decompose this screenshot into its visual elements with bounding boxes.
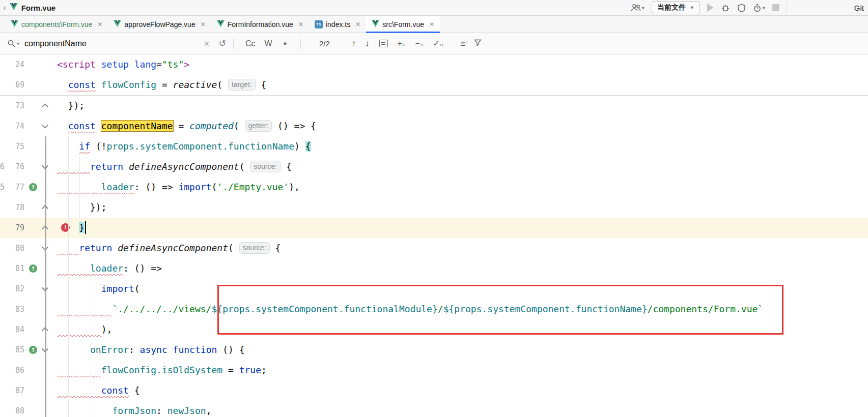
code-with-me-button[interactable]: ▾ — [631, 4, 645, 12]
git-widget[interactable]: Git — [854, 4, 864, 12]
fold-slot — [40, 103, 50, 109]
editor[interactable]: 24<script setup lang="ts">69 const flowC… — [0, 54, 868, 417]
fold-up-icon[interactable] — [42, 327, 48, 334]
code-line-81[interactable]: 81↑ loader: () => — [0, 258, 868, 279]
remove-occurrence-button[interactable]: −II — [415, 40, 424, 47]
line-number[interactable]: 76 — [6, 162, 24, 171]
next-match-button[interactable]: ↓ — [365, 39, 370, 49]
select-all-occurrences-button[interactable]: ✓II — [433, 40, 443, 47]
line-number[interactable]: 84 — [6, 325, 24, 334]
code-text[interactable]: const flowConfig = reactive( target: { — [57, 75, 868, 95]
green-up-arrow-icon[interactable]: ↑ — [29, 264, 37, 273]
line-number[interactable]: 79 — [6, 223, 24, 232]
regex-toggle[interactable]: * — [283, 43, 287, 48]
code-line-78[interactable]: 78 }); — [0, 197, 868, 218]
close-icon[interactable]: ✕ — [355, 21, 360, 28]
code-text[interactable]: }! — [57, 218, 868, 238]
line-number[interactable]: 88 — [6, 406, 24, 415]
code-line-74[interactable]: 74 const componentName = computed( gette… — [0, 116, 868, 136]
code-line-79[interactable]: 79 }! — [0, 218, 868, 238]
code-text[interactable]: loader: () => import('./Empty.vue'), — [57, 177, 868, 197]
code-text[interactable]: flowConfig.isOldSystem = true; — [57, 360, 868, 380]
close-icon[interactable]: ✕ — [201, 21, 206, 28]
code-text[interactable]: const componentName = computed( getter: … — [57, 116, 868, 136]
tab-components-form-vue[interactable]: components\Form.vue ✕ — [5, 16, 108, 33]
line-number[interactable]: 80 — [6, 244, 24, 253]
code-line-80[interactable]: 80 return defineAsyncComponent( source: … — [0, 238, 868, 258]
line-number[interactable]: 78 — [6, 203, 24, 212]
code-text[interactable]: if (!props.systemComponent.functionName)… — [57, 136, 868, 157]
code-text[interactable]: }); — [57, 197, 868, 218]
code-text[interactable]: }); — [57, 96, 868, 116]
close-icon[interactable]: ✕ — [429, 21, 434, 28]
fold-down-icon[interactable] — [42, 346, 48, 352]
fold-up-icon[interactable] — [42, 225, 48, 232]
close-icon[interactable]: ✕ — [298, 21, 303, 28]
line-number[interactable]: 77 — [6, 183, 24, 192]
view-options-icon[interactable]: ≡↑ — [460, 40, 468, 48]
clear-search-icon[interactable]: ✕ — [204, 40, 210, 48]
indent-guide — [68, 136, 69, 417]
line-number[interactable]: 69 — [6, 80, 24, 90]
run-button[interactable] — [707, 4, 714, 12]
code-line-69[interactable]: 69 const flowConfig = reactive( target: … — [0, 75, 868, 95]
gutter: 676 — [0, 157, 57, 177]
green-up-arrow-icon[interactable]: ↑ — [29, 346, 37, 354]
run-config-selector[interactable]: 当前文件 ▼ — [652, 1, 700, 14]
code-text[interactable]: return defineAsyncComponent( source: { — [57, 157, 868, 177]
code-line-73[interactable]: 73 }); — [0, 96, 868, 116]
search-mode-button[interactable]: ▾ — [7, 39, 19, 48]
filter-icon[interactable] — [474, 39, 482, 48]
search-history-icon[interactable]: ↺ — [219, 38, 226, 49]
fold-up-icon[interactable] — [42, 205, 48, 212]
fold-up-icon[interactable] — [42, 103, 48, 110]
tab-forminformation-vue[interactable]: FormInformation.vue ✕ — [211, 16, 309, 33]
line-number[interactable]: 85 — [6, 345, 24, 354]
close-icon[interactable]: ✕ — [97, 21, 102, 28]
profiler-button[interactable]: ▾ — [753, 4, 765, 12]
token: import — [101, 283, 134, 294]
code-text[interactable]: formJson: newJson, — [57, 401, 868, 417]
code-line-87[interactable]: 87 const { — [0, 380, 868, 401]
line-number[interactable]: 81 — [6, 264, 24, 273]
token: = — [222, 365, 239, 375]
code-rows[interactable]: 73 });74 const componentName = computed(… — [0, 96, 868, 417]
search-input[interactable]: componentName — [24, 39, 204, 48]
match-case-toggle[interactable]: Cc — [245, 39, 256, 48]
code-line-75[interactable]: 75 if (!props.systemComponent.functionNa… — [0, 136, 868, 157]
line-number[interactable]: 24 — [6, 60, 24, 69]
code-line-86[interactable]: 86 flowConfig.isOldSystem = true; — [0, 360, 868, 380]
search-in-selection-icon[interactable] — [379, 40, 388, 47]
tab-index-ts[interactable]: TS index.ts ✕ — [309, 16, 366, 33]
line-number[interactable]: 82 — [6, 284, 24, 293]
previous-match-button[interactable]: ↑ — [352, 39, 356, 49]
line-number[interactable]: 75 — [6, 142, 24, 151]
green-up-arrow-icon[interactable]: ↑ — [29, 183, 37, 191]
code-text[interactable]: const { — [57, 380, 868, 401]
line-number[interactable]: 73 — [6, 101, 24, 110]
code-line-77[interactable]: 577↑ loader: () => import('./Empty.vue')… — [0, 177, 868, 197]
fold-down-icon[interactable] — [42, 122, 48, 129]
fold-down-icon[interactable] — [42, 285, 48, 291]
fold-down-icon[interactable] — [42, 244, 48, 251]
line-number[interactable]: 86 — [6, 366, 24, 375]
whole-words-toggle[interactable]: W — [265, 39, 272, 48]
code-line-76[interactable]: 676 return defineAsyncComponent( source:… — [0, 157, 868, 177]
line-number[interactable]: 87 — [6, 386, 24, 395]
run-with-coverage-button[interactable] — [737, 4, 746, 12]
code-text[interactable]: loader: () => — [57, 258, 868, 279]
code-line-24[interactable]: 24<script setup lang="ts"> — [0, 54, 868, 75]
stop-button[interactable] — [772, 4, 779, 11]
tab-approveflowpage-vue[interactable]: approveFlowPage.vue ✕ — [108, 16, 211, 33]
line-number[interactable]: 83 — [6, 305, 24, 314]
line-number[interactable]: 74 — [6, 122, 24, 131]
code-line-85[interactable]: 85↑ onError: async function () { — [0, 340, 868, 360]
code-text[interactable]: return defineAsyncComponent( source: { — [57, 238, 868, 258]
tab-src-form-vue[interactable]: src\Form.vue ✕ — [366, 16, 440, 33]
debug-button[interactable] — [721, 3, 730, 12]
fold-down-icon[interactable] — [42, 163, 48, 169]
code-text[interactable]: <script setup lang="ts"> — [57, 54, 868, 75]
add-occurrence-button[interactable]: +II — [398, 40, 406, 47]
code-line-88[interactable]: 88 formJson: newJson, — [0, 401, 868, 417]
code-text[interactable]: onError: async function () { — [57, 340, 868, 360]
